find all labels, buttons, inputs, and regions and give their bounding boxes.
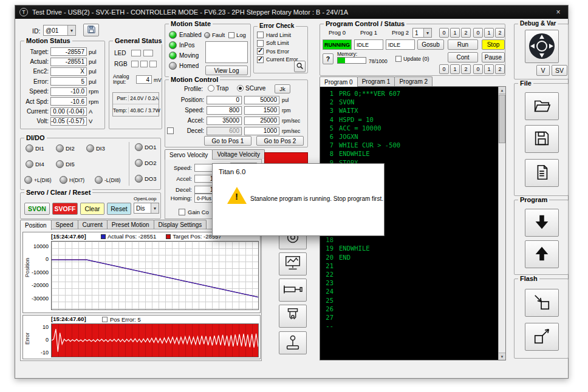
save-id-button[interactable]	[83, 24, 99, 36]
gosub-button[interactable]: Gosub	[417, 39, 444, 50]
scroll-thumb[interactable]	[499, 95, 505, 143]
gain-comp-toggle[interactable]: Gain Co	[179, 209, 209, 215]
flash-read-button[interactable]	[525, 323, 559, 351]
program-download-button[interactable]	[525, 209, 559, 237]
program-slot-button-0[interactable]: 0	[439, 64, 449, 74]
motion-control-value-1[interactable]: 35000	[207, 117, 242, 125]
error-check-group: Error Check Hard LimitSoft LimitPos Erro…	[253, 26, 308, 73]
tab-position[interactable]: Position	[20, 220, 52, 230]
error-check-checkbox[interactable]	[257, 56, 264, 63]
program-control-group: Program Control / Status Prog 0Prog 1Pro…	[320, 24, 505, 76]
editor-scrollbar[interactable]: ▲ ▼	[498, 87, 505, 360]
id-select[interactable]: @01 ▾	[43, 25, 76, 36]
openloop-hold-select[interactable]: Dis ▾	[134, 203, 159, 214]
temp-label: Temp:	[113, 107, 129, 113]
program-slot-button-2[interactable]: 2	[461, 28, 471, 38]
do-output-led	[135, 143, 143, 151]
cont-button[interactable]: Cont	[448, 52, 478, 63]
error-check-checkbox[interactable]	[257, 32, 264, 38]
help-button[interactable]: ?	[323, 53, 333, 64]
svon-button[interactable]: SVON	[24, 203, 50, 215]
prog-status-1: IDLE	[354, 39, 383, 50]
pause-button[interactable]: Pause	[482, 52, 505, 63]
clear-button[interactable]: Clear	[80, 203, 104, 215]
goto-pos-1-button[interactable]: Go to Pos 1	[204, 136, 251, 146]
motion-control-value-1[interactable]: 800	[207, 106, 242, 115]
device-button-2[interactable]	[279, 252, 307, 275]
log-toggle[interactable]: Log	[228, 32, 246, 38]
tab-preset-motion[interactable]: Preset Motion	[107, 220, 154, 229]
tab-current[interactable]: Current	[78, 220, 108, 229]
program-slot-button-1[interactable]: 1	[484, 28, 494, 38]
reset-button[interactable]: Reset	[107, 203, 131, 215]
trap-radio[interactable]	[208, 85, 214, 92]
program-slot-button-0[interactable]: 0	[473, 64, 483, 74]
svoff-button[interactable]: SVOFF	[52, 203, 78, 215]
program-slot-button-1[interactable]: 1	[450, 28, 460, 38]
tab-display-settings[interactable]: Display Settings	[154, 220, 207, 229]
error-check-inspect-button[interactable]	[294, 61, 306, 72]
title-bar[interactable]: T Test Drive - USB(2) - SVX-ETH - CONTRO…	[15, 5, 568, 19]
tab-voltage-velocity[interactable]: Voltage Velocity	[212, 149, 265, 159]
tab-program-2[interactable]: Program 2	[394, 76, 432, 86]
dialog-title[interactable]: Titan 6.0	[219, 168, 245, 175]
goto-pos-2-button[interactable]: Go to Pos 2	[256, 136, 304, 146]
motion-control-value-1[interactable]: 600	[207, 127, 242, 135]
code-line: --	[324, 322, 497, 330]
program-tabs: Program 0Program 1Program 2	[320, 77, 432, 86]
decel-enable-checkbox[interactable]	[167, 127, 174, 134]
scroll-down-icon[interactable]: ▼	[499, 353, 505, 360]
tab-servo-velocity[interactable]: Servo Velocity	[165, 149, 213, 160]
program-select[interactable]: 1 ▾	[412, 28, 432, 38]
pos-error-checkbox[interactable]	[102, 317, 108, 322]
update-checkbox[interactable]	[395, 56, 402, 62]
motion-control-value-1[interactable]: 0	[207, 96, 242, 104]
file-open-button[interactable]	[525, 92, 559, 120]
program-slot-button-1[interactable]: 1	[484, 64, 494, 74]
device-button-4[interactable]	[279, 305, 307, 328]
debug-var-button[interactable]	[525, 30, 559, 63]
analog-input-unit: mV	[154, 77, 162, 83]
update-toggle[interactable]: Update (0)	[395, 56, 429, 62]
device-button-5[interactable]	[279, 331, 307, 354]
profile-trap-option[interactable]: Trap	[208, 85, 228, 92]
stop-button[interactable]: Stop	[482, 39, 505, 50]
jk-button[interactable]: Jk	[275, 84, 290, 93]
view-log-button[interactable]: View Log	[205, 66, 248, 75]
motion-state-indicator: Homed	[169, 61, 202, 71]
motion-control-unit: rpm/sec	[282, 128, 306, 134]
error-check-checkbox[interactable]	[257, 48, 264, 55]
run-button[interactable]: Run	[448, 39, 478, 50]
log-checkbox[interactable]	[228, 32, 234, 38]
scurve-radio[interactable]	[237, 85, 244, 92]
program-upload-button[interactable]	[525, 240, 559, 268]
tab-program-1[interactable]: Program 1	[357, 76, 395, 86]
program-title: Program	[518, 196, 549, 203]
tab-program-0[interactable]: Program 0	[320, 76, 358, 87]
motion-control-value-2[interactable]: 25000	[244, 117, 279, 125]
close-icon[interactable]: ×	[553, 7, 563, 17]
v-button[interactable]: V	[536, 65, 550, 76]
program-slot-button-2[interactable]: 2	[495, 64, 505, 74]
motion-control-value-2[interactable]: 1000	[244, 127, 279, 135]
device-button-3[interactable]	[279, 279, 307, 302]
gain-comp-checkbox[interactable]	[179, 209, 185, 215]
program-slot-button-2[interactable]: 2	[461, 64, 471, 74]
pos-error-toggle[interactable]: Pos Error: 5	[102, 316, 141, 323]
motion-control-value-2[interactable]: 50000	[244, 96, 279, 104]
motion-control-value-2[interactable]: 1500	[244, 106, 279, 115]
program-slot-button-1[interactable]: 1	[450, 64, 460, 74]
program-slot-button-2[interactable]: 2	[495, 28, 505, 38]
program-slot-button-0[interactable]: 0	[473, 28, 483, 38]
error-check-checkbox[interactable]	[257, 40, 264, 47]
tab-speed[interactable]: Speed	[51, 220, 78, 229]
file-save-button[interactable]	[525, 125, 559, 153]
scroll-up-icon[interactable]: ▲	[499, 87, 505, 94]
flash-write-button[interactable]	[525, 289, 559, 317]
profile-scurve-option[interactable]: SCurve	[237, 85, 265, 92]
program-slot-button-0[interactable]: 0	[439, 28, 449, 38]
sv-button[interactable]: SV	[552, 65, 567, 76]
file-view-button[interactable]	[525, 159, 559, 187]
debug-var-title: Debug & Var	[518, 20, 558, 27]
di-limit-input-label: +L(DI6)	[34, 177, 52, 183]
